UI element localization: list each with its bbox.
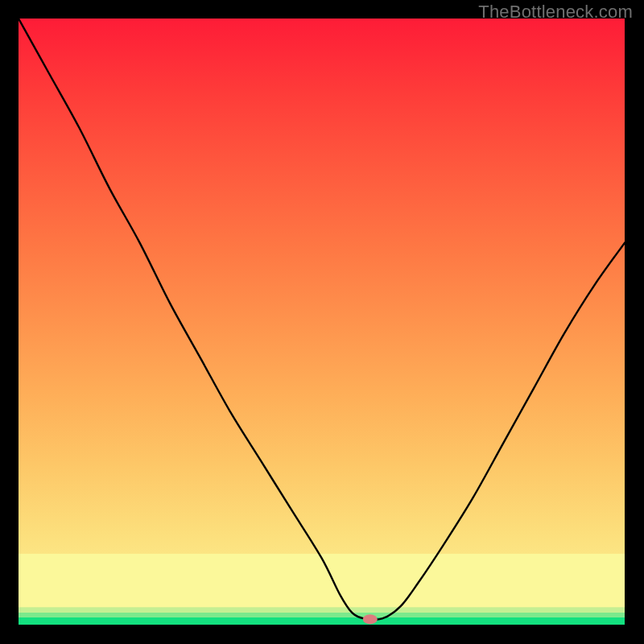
watermark-label: TheBottleneck.com [478, 2, 633, 23]
chart-container: TheBottleneck.com [0, 0, 644, 644]
optimum-marker [363, 614, 378, 624]
svg-rect-1 [19, 613, 625, 617]
bottom-bands [19, 554, 625, 625]
svg-rect-2 [19, 607, 625, 613]
bottleneck-chart [19, 19, 625, 625]
heat-gradient-bg [19, 19, 625, 625]
svg-rect-3 [19, 554, 625, 607]
svg-rect-0 [19, 617, 625, 625]
